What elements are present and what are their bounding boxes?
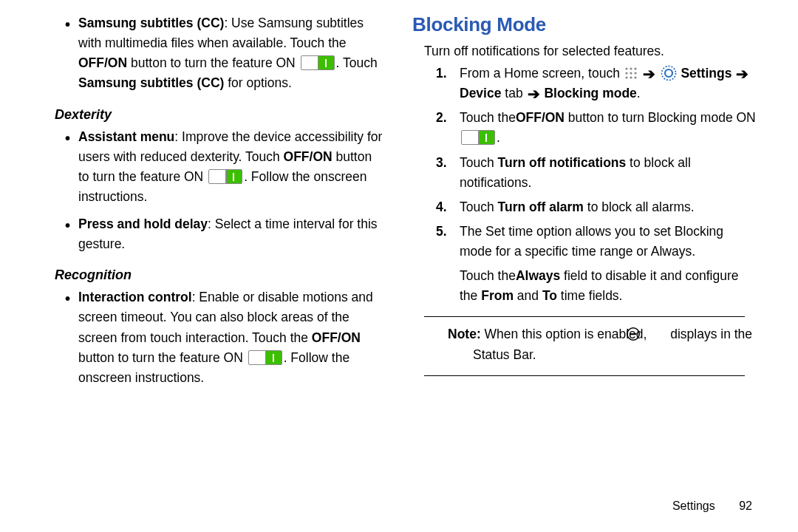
gear-icon bbox=[661, 65, 677, 81]
bold: Settings bbox=[681, 66, 732, 81]
text: button to turn Blocking mode ON bbox=[565, 110, 756, 125]
bullet-lead: Assistant menu bbox=[78, 129, 174, 144]
bullet-list-dexterity: Assistant menu: Improve the device acces… bbox=[65, 127, 386, 255]
bold: Turn off alarm bbox=[498, 200, 584, 214]
bold: Turn off notifications bbox=[498, 155, 627, 170]
text: and bbox=[514, 288, 542, 303]
text: button to turn the feature ON bbox=[78, 350, 247, 365]
text: time fields. bbox=[557, 288, 623, 303]
text: The Set time option allows you to set Bl… bbox=[460, 224, 723, 259]
bullet-interaction-control: Interaction control: Enable or disable m… bbox=[65, 287, 386, 388]
footer-section: Settings bbox=[672, 499, 715, 512]
bold: Samsung subtitles (CC) bbox=[78, 75, 224, 90]
text: . Touch bbox=[336, 55, 378, 70]
bold: Always bbox=[516, 268, 560, 283]
text: to block all alarms. bbox=[584, 200, 695, 214]
step-4: Touch Turn off alarm to block all alarms… bbox=[436, 197, 757, 217]
bold: OFF/ON bbox=[312, 330, 361, 345]
text: Touch bbox=[460, 200, 498, 214]
bullet-lead: Interaction control bbox=[78, 290, 192, 304]
bold: Device bbox=[460, 86, 501, 100]
text: From a Home screen, touch bbox=[460, 66, 624, 81]
svg-point-7 bbox=[630, 76, 632, 78]
bullet-press-hold-delay: Press and hold delay: Select a time inte… bbox=[65, 214, 386, 254]
note-lead: Note: bbox=[448, 327, 481, 341]
subheading-dexterity: Dexterity bbox=[55, 107, 386, 123]
page-footer: Settings 92 bbox=[672, 499, 752, 513]
svg-point-3 bbox=[625, 72, 627, 74]
text: Touch bbox=[460, 155, 498, 170]
arrow-right-icon: ➔ bbox=[736, 66, 748, 81]
toggle-on-icon bbox=[248, 350, 282, 365]
step-2: Touch theOFF/ON button to turn Blocking … bbox=[436, 108, 757, 148]
bold: From bbox=[481, 288, 514, 303]
separator bbox=[424, 316, 745, 317]
numbered-steps: From a Home screen, touch ➔ bbox=[436, 64, 757, 262]
bullet-list-top: Samsung subtitles (CC): Use Samsung subt… bbox=[65, 13, 386, 94]
right-column: Blocking Mode Turn off notifications for… bbox=[399, 13, 771, 532]
text: Touch the bbox=[460, 268, 516, 283]
svg-point-10 bbox=[665, 69, 672, 77]
svg-point-6 bbox=[625, 76, 627, 78]
text: tab bbox=[501, 86, 526, 100]
bullet-lead: Samsung subtitles (CC) bbox=[78, 16, 224, 30]
svg-point-1 bbox=[630, 67, 632, 69]
toggle-on-icon bbox=[208, 169, 242, 184]
left-column: Samsung subtitles (CC): Use Samsung subt… bbox=[27, 13, 399, 532]
bullet-lead: Press and hold delay bbox=[78, 216, 208, 231]
intro-text: Turn off notifications for selected feat… bbox=[424, 44, 757, 59]
bullet-assistant-menu: Assistant menu: Improve the device acces… bbox=[65, 127, 386, 208]
minus-circle-icon bbox=[651, 327, 666, 341]
bullet-samsung-subtitles: Samsung subtitles (CC): Use Samsung subt… bbox=[65, 13, 386, 94]
text: . bbox=[637, 86, 641, 100]
apps-grid-icon bbox=[624, 66, 638, 80]
bold: To bbox=[542, 288, 557, 303]
text: When this option is enabled, bbox=[481, 327, 651, 341]
svg-point-5 bbox=[634, 72, 636, 74]
heading-blocking-mode: Blocking Mode bbox=[412, 13, 757, 36]
text: . bbox=[497, 130, 500, 145]
arrow-right-icon: ➔ bbox=[643, 66, 655, 81]
svg-point-8 bbox=[634, 76, 636, 78]
toggle-on-icon bbox=[461, 130, 495, 145]
step-1: From a Home screen, touch ➔ bbox=[436, 64, 757, 103]
toggle-on-icon bbox=[301, 55, 335, 70]
bold: OFF/ON bbox=[78, 55, 127, 70]
bold: Blocking mode bbox=[544, 86, 636, 100]
page-number: 92 bbox=[739, 499, 752, 512]
bullet-list-recognition: Interaction control: Enable or disable m… bbox=[65, 287, 386, 388]
svg-point-4 bbox=[630, 72, 632, 74]
separator bbox=[424, 375, 745, 376]
note-block: Note: When this option is enabled, displ… bbox=[448, 324, 757, 364]
text: Touch the bbox=[460, 110, 516, 125]
bold: OFF/ON bbox=[284, 149, 332, 164]
step-3: Touch Turn off notifications to block al… bbox=[436, 153, 757, 193]
text: for options. bbox=[224, 75, 291, 90]
text: button to turn the feature ON bbox=[127, 55, 299, 70]
svg-point-0 bbox=[625, 67, 627, 69]
step-always-note: Touch theAlways field to disable it and … bbox=[460, 266, 757, 306]
arrow-right-icon: ➔ bbox=[528, 86, 540, 101]
page: Samsung subtitles (CC): Use Samsung subt… bbox=[0, 0, 798, 532]
bold: OFF/ON bbox=[516, 110, 565, 125]
svg-point-2 bbox=[634, 67, 636, 69]
step-5: The Set time option allows you to set Bl… bbox=[436, 222, 757, 262]
subheading-recognition: Recognition bbox=[55, 267, 386, 283]
svg-point-9 bbox=[661, 66, 675, 81]
